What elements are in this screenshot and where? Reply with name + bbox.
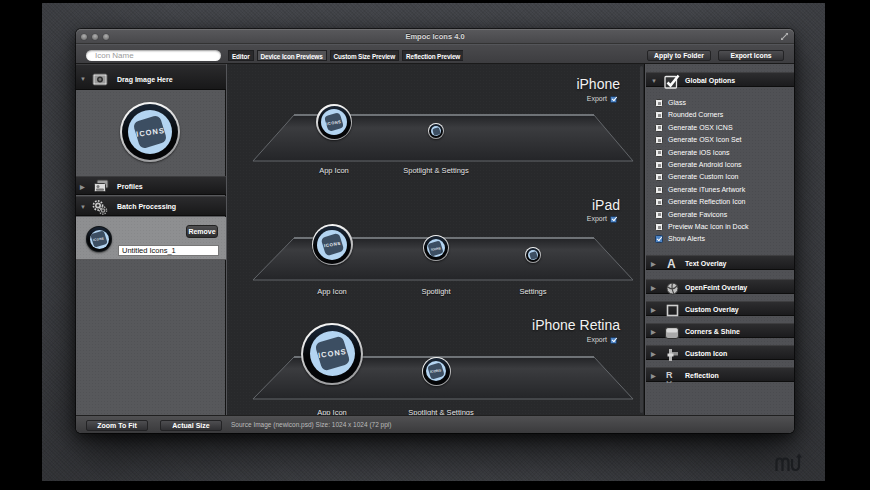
- svg-text:R: R: [666, 380, 673, 383]
- svg-text:R: R: [666, 370, 673, 380]
